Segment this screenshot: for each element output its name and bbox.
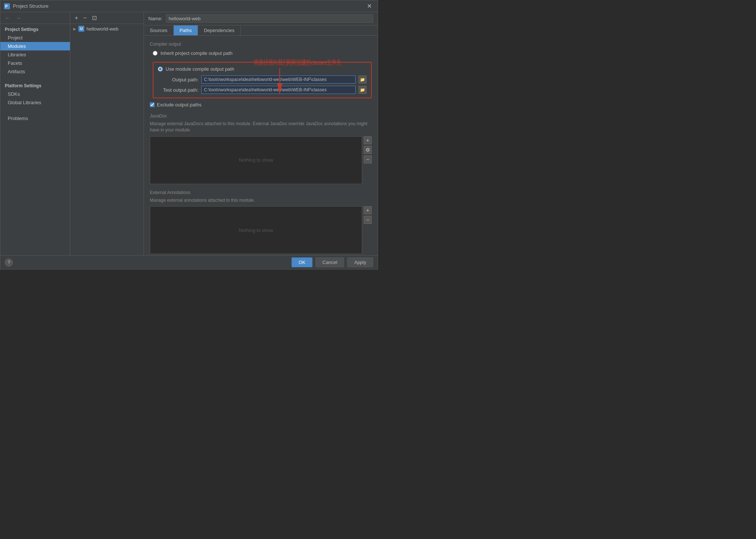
use-module-radio[interactable]	[158, 67, 163, 71]
inherit-label: Inherit project compile output path	[160, 50, 233, 56]
javadoc-title: JavaDoc	[150, 113, 372, 119]
compiler-output-radio-group: Inherit project compile output path Use …	[153, 50, 372, 98]
app-icon: P	[4, 3, 10, 9]
sidebar-item-facets[interactable]: Facets	[0, 59, 70, 67]
inherit-radio[interactable]	[153, 51, 158, 56]
external-annotations-actions: + −	[362, 206, 372, 254]
module-list-panel: + − ⊡ ▶ M helloworld-web	[70, 12, 144, 255]
project-settings-header: Project Settings	[0, 24, 70, 34]
javadoc-nothing-text: Nothing to show	[239, 157, 273, 163]
module-expand-icon: ▶	[73, 27, 76, 31]
sidebar: ← → Project Settings Project Modules Lib…	[0, 12, 70, 255]
project-structure-window: P Project Structure ✕ ← → Project Settin…	[0, 0, 378, 270]
test-output-path-input[interactable]	[201, 86, 356, 94]
javadoc-remove-button[interactable]: −	[364, 155, 372, 163]
add-module-button[interactable]: +	[73, 14, 80, 22]
cancel-button[interactable]: Cancel	[315, 257, 344, 267]
title-bar: P Project Structure ✕	[0, 0, 378, 12]
help-button[interactable]: ?	[5, 258, 13, 267]
javadoc-section: JavaDoc Manage external JavaDocs attache…	[150, 113, 372, 184]
close-button[interactable]: ✕	[365, 2, 374, 10]
apply-button[interactable]: Apply	[347, 257, 373, 267]
window-title: Project Structure	[13, 3, 365, 9]
main-content: ← → Project Settings Project Modules Lib…	[0, 12, 378, 255]
nav-back-button[interactable]: ←	[3, 14, 11, 22]
tab-paths[interactable]: Paths	[174, 25, 198, 35]
use-module-output-box: Use module compile output path Output pa…	[153, 62, 372, 98]
use-module-label: Use module compile output path	[166, 66, 234, 72]
exclude-checkbox[interactable]	[150, 102, 155, 107]
external-annotations-description: Manage external annotations attached to …	[150, 197, 372, 204]
tabs-bar: Sources Paths Dependencies	[144, 25, 378, 36]
external-annotations-list-box: Nothing to show	[150, 206, 362, 254]
javadoc-add-button[interactable]: +	[364, 136, 372, 144]
nav-forward-button[interactable]: →	[14, 14, 22, 22]
compiler-output-section: Compiler output Inherit project compile …	[150, 42, 372, 108]
name-bar: Name:	[144, 12, 378, 25]
external-annotations-nothing-text: Nothing to show	[239, 228, 273, 233]
copy-module-button[interactable]: ⊡	[91, 14, 98, 22]
javadoc-settings-button[interactable]: ⚙	[364, 146, 372, 154]
module-entry-helloworld[interactable]: ▶ M helloworld-web	[70, 24, 144, 34]
javadoc-description: Manage external JavaDocs attached to thi…	[150, 121, 372, 133]
module-icon: M	[78, 26, 84, 32]
external-annotations-section: External Annotations Manage external ann…	[150, 190, 372, 254]
sidebar-item-modules[interactable]: Modules	[0, 42, 70, 50]
sidebar-item-global-libraries[interactable]: Global Libraries	[0, 98, 70, 107]
exclude-label: Exclude output paths	[157, 102, 201, 108]
module-name: helloworld-web	[86, 26, 119, 32]
javadoc-list-area: Nothing to show + ⚙ −	[150, 136, 372, 184]
external-annotations-title: External Annotations	[150, 190, 372, 195]
platform-settings-header: Platform Settings	[0, 80, 70, 90]
compiler-output-title: Compiler output	[150, 42, 372, 47]
sidebar-item-libraries[interactable]: Libraries	[0, 50, 70, 59]
javadoc-actions: + ⚙ −	[362, 136, 372, 184]
sidebar-item-problems[interactable]: Problems	[0, 114, 70, 123]
external-annotations-add-button[interactable]: +	[364, 206, 372, 214]
test-output-path-browse-button[interactable]: 📁	[358, 86, 367, 94]
remove-module-button[interactable]: −	[82, 14, 88, 22]
output-path-browse-button[interactable]: 📁	[358, 75, 367, 84]
external-annotations-list-area: Nothing to show + −	[150, 206, 372, 254]
javadoc-list-box: Nothing to show	[150, 136, 362, 184]
test-output-path-label: Test output path:	[158, 87, 198, 93]
inherit-radio-item: Inherit project compile output path	[153, 50, 372, 56]
tab-sources[interactable]: Sources	[144, 25, 174, 35]
output-path-input[interactable]	[201, 75, 356, 84]
content-area: Compiler output Inherit project compile …	[144, 36, 378, 255]
use-module-radio-item: Use module compile output path	[158, 66, 367, 72]
right-panel: Name: Sources Paths Dependencies	[144, 12, 378, 255]
name-label: Name:	[148, 16, 162, 21]
sidebar-item-sdks[interactable]: SDKs	[0, 90, 70, 98]
sidebar-item-project[interactable]: Project	[0, 34, 70, 42]
external-annotations-remove-button[interactable]: −	[364, 216, 372, 224]
tab-dependencies[interactable]: Dependencies	[198, 25, 241, 35]
name-input[interactable]	[166, 14, 373, 23]
sidebar-item-artifacts[interactable]: Artifacts	[0, 67, 70, 76]
sidebar-nav-bar: ← →	[0, 12, 70, 24]
svg-text:P: P	[5, 4, 8, 8]
ok-button[interactable]: OK	[292, 257, 312, 267]
module-toolbar: + − ⊡	[70, 12, 144, 24]
panel-wrapper: Name: Sources Paths Dependencies	[144, 12, 378, 255]
bottom-bar: ? OK Cancel Apply	[0, 255, 378, 269]
output-path-label: Output path:	[158, 77, 198, 82]
exclude-checkbox-row: Exclude output paths	[150, 102, 372, 108]
